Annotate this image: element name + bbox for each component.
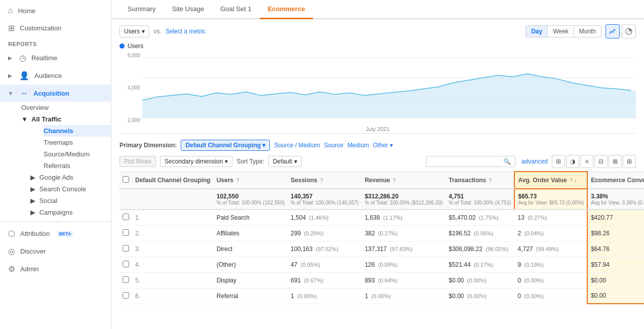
total-ecom-conv-sub: Avg for View: 3.38% (0.00%) <box>591 200 644 205</box>
sort-type-label: Sort Type: <box>236 158 264 165</box>
row-checkbox[interactable] <box>119 241 132 257</box>
row-num: 3. <box>132 241 214 257</box>
pie-chart-icon <box>625 28 632 35</box>
sidebar-item-customization[interactable]: ⊞ Customization <box>0 19 111 37</box>
sort-type-select[interactable]: Default ▾ <box>268 156 302 167</box>
select-all-checkbox[interactable] <box>123 176 129 183</box>
social-label: Social <box>39 197 57 204</box>
tab-summary[interactable]: Summary <box>119 0 164 19</box>
dim-medium-btn[interactable]: Medium <box>347 142 369 149</box>
table-row: 2. Affiliates 299 (0.29%) 382 (0.27%) $1… <box>119 225 644 241</box>
th-transactions-label: Transactions <box>449 177 486 184</box>
row-select-checkbox[interactable] <box>123 276 129 283</box>
table-view-btn[interactable]: ⊞ <box>552 155 565 168</box>
select-metric-link[interactable]: Select a metric <box>166 28 206 35</box>
sidebar-item-treemaps[interactable]: Treemaps <box>44 137 111 148</box>
total-revenue: $312,286.20 % of Total: 100.00% ($312,28… <box>361 189 446 210</box>
dim-source-btn[interactable]: Source <box>324 142 343 149</box>
row-revenue: $0.00 (0.00%) <box>446 288 514 304</box>
view-week-btn[interactable]: Week <box>548 26 574 37</box>
sidebar-item-acquisition[interactable]: ▼ ↔ Acquisition <box>0 85 111 102</box>
sessions-info-icon[interactable]: ? <box>320 178 323 183</box>
dim-default-channel-btn[interactable]: Default Channel Grouping ▾ <box>181 140 270 151</box>
lifetime-view-btn[interactable]: ⊞ <box>623 155 636 168</box>
row-channel[interactable]: Referral <box>214 288 288 304</box>
search-input[interactable] <box>430 158 501 165</box>
sidebar-item-audience[interactable]: ▶ 👤 Audience <box>0 67 111 85</box>
row-transactions: 0 (0.00%) <box>514 288 587 304</box>
row-checkbox[interactable] <box>119 225 132 241</box>
content-area: Users ▾ vs. Select a metric Day Week Mon… <box>111 19 644 329</box>
sidebar-item-admin[interactable]: ⚙ Admin <box>0 260 111 278</box>
total-avg-order: $65.73 Avg for View: $65.73 (0.00%) <box>514 189 587 210</box>
view-month-btn[interactable]: Month <box>574 26 601 37</box>
line-chart-icon <box>609 28 616 35</box>
row-avg-order: $0.00 <box>587 272 644 288</box>
row-avg-order: $64.76 <box>587 241 644 257</box>
th-revenue: Revenue ? <box>361 172 446 189</box>
row-select-checkbox[interactable] <box>123 292 129 299</box>
search-console-label: Search Console <box>39 185 87 193</box>
sidebar-item-google-ads[interactable]: ▶ Google Ads <box>15 172 111 183</box>
sidebar-item-search-console[interactable]: ▶ Search Console <box>15 183 111 195</box>
plot-rows-btn: Plot Rows <box>119 156 156 167</box>
row-channel[interactable]: (Other) <box>214 257 288 272</box>
tab-ecommerce[interactable]: Ecommerce <box>260 0 313 19</box>
legend-dot-users <box>119 44 125 49</box>
referrals-label: Referrals <box>44 162 70 170</box>
secondary-dim-select[interactable]: Secondary dimension ▾ <box>160 156 232 167</box>
revenue-info-icon[interactable]: ? <box>393 178 396 183</box>
sidebar-item-home[interactable]: ⌂ Home <box>0 2 111 19</box>
search-icon[interactable]: 🔍 <box>503 158 511 165</box>
row-checkbox[interactable] <box>119 272 132 288</box>
sidebar-item-realtime[interactable]: ▶ ◷ Realtime <box>0 49 111 67</box>
expand-campaigns-arrow: ▶ <box>30 209 35 216</box>
tab-site-usage[interactable]: Site Usage <box>164 0 213 19</box>
channels-label: Channels <box>44 127 73 135</box>
sidebar-item-social[interactable]: ▶ Social <box>15 195 111 207</box>
advanced-link[interactable]: advanced <box>521 158 548 165</box>
row-checkbox[interactable] <box>119 210 132 226</box>
row-checkbox[interactable] <box>119 257 132 272</box>
row-users: 1 (0.00%) <box>288 288 361 304</box>
sidebar-item-all-traffic[interactable]: ▼ All Traffic <box>15 113 111 125</box>
comparison-view-btn[interactable]: ⊟ <box>594 155 608 168</box>
performance-view-btn[interactable]: ≡ <box>580 155 593 168</box>
metric-dropdown[interactable]: Users ▾ <box>119 25 149 37</box>
dim-dropdown-arrow-icon: ▾ <box>262 142 265 149</box>
row-channel[interactable]: Affiliates <box>214 225 288 241</box>
th-revenue-label: Revenue <box>365 177 390 184</box>
sidebar-item-overview[interactable]: Overview <box>15 102 111 113</box>
row-select-checkbox[interactable] <box>123 229 129 236</box>
sidebar-item-source-medium[interactable]: Source/Medium <box>44 148 111 160</box>
sidebar-item-attribution[interactable]: ⬡ Attribution BETA <box>0 225 111 242</box>
transactions-info-icon[interactable]: ? <box>489 178 492 183</box>
sidebar-item-channels[interactable]: Channels <box>44 125 111 137</box>
dim-other-btn[interactable]: Other ▾ <box>373 142 393 149</box>
dim-source-medium-btn[interactable]: Source / Medium <box>274 142 320 149</box>
users-info-icon[interactable]: ? <box>236 178 239 183</box>
y-label-4000: 4,000 <box>128 85 140 91</box>
row-select-checkbox[interactable] <box>123 245 129 252</box>
row-checkbox[interactable] <box>119 288 132 304</box>
row-channel[interactable]: Direct <box>214 241 288 257</box>
search-box: 🔍 <box>426 156 515 167</box>
pie-chart-icon-btn[interactable] <box>622 24 636 38</box>
total-sessions: 140,357 % of Total: 100.00% (140,357) <box>288 189 361 210</box>
tab-goal-set-1[interactable]: Goal Set 1 <box>212 0 259 19</box>
avg-order-info-icon[interactable]: ? <box>570 178 573 183</box>
sidebar-item-referrals[interactable]: Referrals <box>44 160 111 172</box>
row-select-checkbox[interactable] <box>123 214 129 220</box>
pivot-view-btn[interactable]: ⊠ <box>609 155 622 168</box>
row-channel[interactable]: Paid Search <box>214 210 288 226</box>
row-select-checkbox[interactable] <box>123 261 129 267</box>
sidebar-item-campaigns[interactable]: ▶ Campaigns <box>15 207 111 218</box>
dim-default-channel-label: Default Channel Grouping <box>185 142 261 149</box>
sidebar-item-discover[interactable]: ◎ Discover <box>0 242 111 260</box>
pie-view-btn[interactable]: ◑ <box>566 155 579 168</box>
chart-svg <box>142 53 636 123</box>
dropdown-arrow-icon: ▾ <box>142 28 145 35</box>
row-channel[interactable]: Display <box>214 272 288 288</box>
view-day-btn[interactable]: Day <box>526 26 548 37</box>
line-chart-icon-btn[interactable] <box>606 24 620 38</box>
